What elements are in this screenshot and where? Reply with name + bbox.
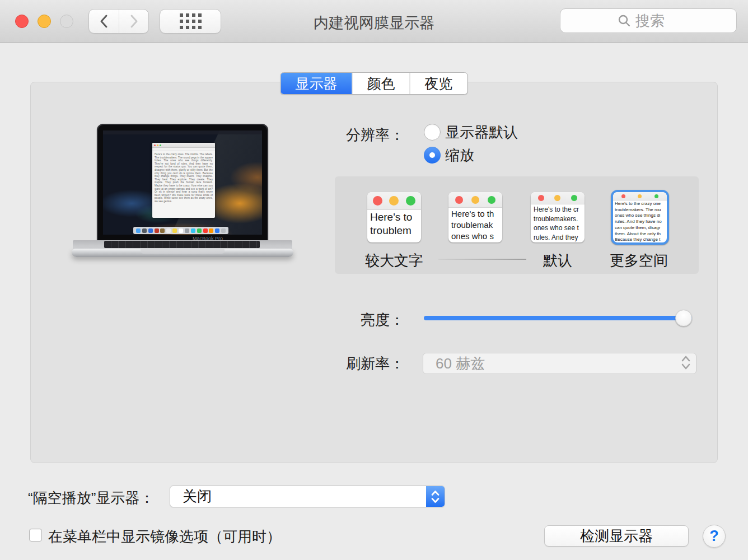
scaled-option-default[interactable]: Here's to the cr troublemakers. ones who… xyxy=(531,192,585,242)
caption-more-space: 更多空间 xyxy=(583,251,695,270)
macbook-trackpad-notch xyxy=(141,249,225,254)
macbook-document-titlebar xyxy=(152,143,215,148)
macbook-keyboard xyxy=(104,241,260,248)
mini-minimize-icon xyxy=(389,196,399,206)
radio-display-default[interactable] xyxy=(424,124,441,141)
thumb-text-line: troublemakers. The rou xyxy=(613,207,667,213)
mini-zoom-icon xyxy=(654,194,658,198)
tab-color[interactable]: 颜色 xyxy=(352,73,410,94)
mini-zoom-icon xyxy=(488,196,495,204)
thumb-titlebar xyxy=(531,192,585,204)
popup-stepper-icon xyxy=(426,486,445,507)
search-field[interactable] xyxy=(560,8,737,33)
thumb-text-line: troublem xyxy=(367,223,421,237)
thumb-text-line: Here's to th xyxy=(448,208,502,219)
tab-night-shift[interactable]: 夜览 xyxy=(410,73,468,94)
refresh-rate-value: 60 赫兹 xyxy=(436,353,485,374)
thumb-text-line: Because they change t xyxy=(613,236,667,242)
thumb-text-line: troublemak xyxy=(448,219,502,230)
thumb-text-line: can quote them, disagr xyxy=(613,225,667,231)
thumb-text-line: Here's to the cr xyxy=(531,204,585,214)
scaled-option-2[interactable]: Here's to th troublemak ones who s xyxy=(448,192,502,242)
caption-larger-text: 较大文字 xyxy=(338,251,450,270)
refresh-rate-select[interactable]: 60 赫兹 xyxy=(423,353,696,374)
search-icon xyxy=(618,14,631,27)
macbook-document-window: Here's to the crazy ones. The misfits. T… xyxy=(152,143,215,218)
macbook-base xyxy=(72,249,293,257)
select-chevrons-icon xyxy=(681,356,690,370)
macbook-screen: Here's to the crazy ones. The misfits. T… xyxy=(97,124,268,241)
thumb-text-line: rules. And they xyxy=(531,232,585,242)
airplay-display-label: “隔空播放”显示器： xyxy=(28,488,154,508)
titlebar-toolbar: 内建视网膜显示器 xyxy=(0,0,748,43)
mirroring-checkbox[interactable] xyxy=(29,529,42,542)
macbook-wallpaper: Here's to the crazy ones. The misfits. T… xyxy=(103,130,262,235)
macbook-document-text: Here's to the crazy ones. The misfits. T… xyxy=(152,151,215,205)
mini-minimize-icon xyxy=(554,195,560,201)
thumb-text-line: them. About the only th xyxy=(613,231,667,237)
detect-displays-button[interactable]: 检测显示器 xyxy=(544,525,689,547)
scaled-resolution-box: Here's to troublem Here's to th troublem… xyxy=(335,176,699,274)
brightness-slider[interactable] xyxy=(424,316,692,320)
search-input[interactable] xyxy=(635,12,679,30)
mini-close-icon xyxy=(373,196,382,206)
mini-zoom-icon xyxy=(406,196,415,206)
brightness-label: 亮度： xyxy=(247,310,404,330)
radio-scaled-label[interactable]: 缩放 xyxy=(445,147,474,164)
tab-bar: 显示器 颜色 夜览 xyxy=(280,72,468,95)
thumb-titlebar xyxy=(367,192,421,210)
tab-display[interactable]: 显示器 xyxy=(281,73,352,94)
thumb-text-line: Here's to the crazy one xyxy=(613,200,667,207)
refresh-rate-label: 刷新率： xyxy=(247,354,404,374)
thumb-titlebar xyxy=(448,192,502,208)
mini-close-icon xyxy=(538,195,544,201)
airplay-display-select[interactable]: 关闭 xyxy=(170,486,445,507)
thumb-text-line: ones who see things di xyxy=(613,212,667,218)
thumb-text-line: ones who s xyxy=(448,230,502,241)
mini-close-icon xyxy=(621,194,625,198)
mini-minimize-icon xyxy=(471,196,479,204)
mini-close-icon xyxy=(455,196,463,204)
macbook-dock xyxy=(133,227,228,234)
mini-minimize-icon xyxy=(638,194,642,198)
scaled-option-larger-text[interactable]: Here's to troublem xyxy=(367,192,421,242)
thumb-text-line: rules. And they have no xyxy=(613,218,667,225)
scaled-option-more-space[interactable]: Here's to the crazy one troublemakers. T… xyxy=(611,190,669,245)
thumb-text-line: Here's to xyxy=(367,210,421,223)
resolution-label: 分辨率： xyxy=(247,125,404,145)
thumb-text-line: ones who see t xyxy=(531,223,585,232)
mini-zoom-icon xyxy=(571,195,577,201)
macbook-menubar xyxy=(103,130,262,134)
thumb-titlebar xyxy=(613,192,667,200)
help-button[interactable]: ? xyxy=(703,525,726,548)
radio-display-default-label[interactable]: 显示器默认 xyxy=(445,124,518,141)
mirroring-checkbox-label[interactable]: 在菜单栏中显示镜像选项（可用时） xyxy=(48,527,281,547)
radio-scaled[interactable] xyxy=(424,147,441,164)
brightness-knob[interactable] xyxy=(675,310,692,326)
thumb-text-line: troublemakers. xyxy=(531,214,585,223)
airplay-display-value: 关闭 xyxy=(183,486,212,507)
